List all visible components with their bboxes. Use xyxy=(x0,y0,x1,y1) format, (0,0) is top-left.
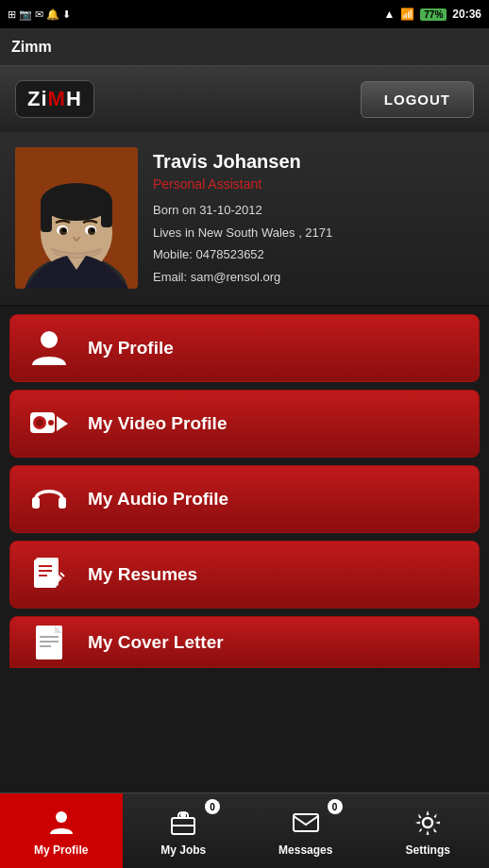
logo-container: ZiMH xyxy=(15,80,94,118)
tab-settings-label: Settings xyxy=(406,843,450,857)
tab-settings-icon xyxy=(411,806,445,840)
svg-rect-6 xyxy=(101,199,112,227)
svg-point-12 xyxy=(91,228,94,232)
svg-point-38 xyxy=(423,818,432,827)
logo-text: ZiMH xyxy=(27,87,82,110)
app-title: Zimm xyxy=(11,39,52,56)
svg-marker-20 xyxy=(57,416,68,431)
signal-icon: 📶 xyxy=(400,8,414,21)
video-icon xyxy=(25,400,73,447)
svg-line-28 xyxy=(60,573,64,576)
my-jobs-badge: 0 xyxy=(205,799,220,814)
battery-indicator: 77% xyxy=(420,8,447,21)
time-display: 20:36 xyxy=(452,8,481,21)
status-icons: ⊞ 📷 ✉ 🔔 ⬇ xyxy=(8,8,71,21)
svg-rect-22 xyxy=(59,497,66,509)
profile-location: Lives in New South Wales , 2171 xyxy=(153,224,474,242)
tab-settings[interactable]: Settings xyxy=(367,793,490,868)
tab-jobs-icon xyxy=(166,806,200,840)
svg-rect-37 xyxy=(294,814,318,831)
logo-box: ZiMH xyxy=(15,80,94,118)
profile-born: Born on 31-10-2012 xyxy=(153,201,474,220)
tab-messages[interactable]: 0 Messages xyxy=(244,793,367,868)
title-bar: Zimm xyxy=(0,28,489,66)
tab-my-jobs-label: My Jobs xyxy=(160,843,206,857)
profile-photo xyxy=(15,147,138,289)
tab-my-jobs[interactable]: 0 My Jobs xyxy=(123,793,245,868)
svg-point-17 xyxy=(36,419,43,426)
svg-point-33 xyxy=(56,811,67,823)
profile-name: Travis Johansen xyxy=(153,151,474,173)
logout-button[interactable]: LOGOUT xyxy=(361,81,474,118)
tab-my-profile[interactable]: My Profile xyxy=(0,793,123,868)
menu-list: My Profile My Video Profile xyxy=(0,307,489,676)
svg-rect-24 xyxy=(34,559,57,588)
tab-my-profile-label: My Profile xyxy=(34,843,88,857)
tab-bar: My Profile 0 My Jobs 0 Messages xyxy=(0,793,489,868)
document-icon xyxy=(25,619,73,666)
svg-rect-5 xyxy=(41,199,52,232)
profile-info: Travis Johansen Personal Assistant Born … xyxy=(153,147,474,290)
status-bar: ⊞ 📷 ✉ 🔔 ⬇ ▲ 📶 77% 20:36 xyxy=(0,0,489,28)
person-icon xyxy=(25,325,73,372)
svg-point-19 xyxy=(50,422,53,425)
messages-badge: 0 xyxy=(328,799,343,814)
menu-label-my-cover-letter: My Cover Letter xyxy=(88,632,224,653)
tab-messages-label: Messages xyxy=(278,843,332,857)
tab-profile-icon xyxy=(44,806,78,840)
status-right: ▲ 📶 77% 20:36 xyxy=(383,8,481,21)
menu-label-my-resumes: My Resumes xyxy=(88,564,197,585)
menu-item-my-video-profile[interactable]: My Video Profile xyxy=(9,390,480,458)
menu-label-my-video-profile: My Video Profile xyxy=(88,413,227,434)
profile-mobile: Mobile: 0478523652 xyxy=(153,245,474,264)
resume-icon xyxy=(25,551,73,598)
menu-label-my-profile: My Profile xyxy=(88,338,174,359)
profile-card: Travis Johansen Personal Assistant Born … xyxy=(0,132,489,307)
menu-item-my-resumes[interactable]: My Resumes xyxy=(9,541,480,609)
svg-rect-21 xyxy=(32,497,40,509)
svg-point-11 xyxy=(62,228,66,232)
main-content: My Profile My Video Profile xyxy=(0,307,489,868)
header: ZiMH LOGOUT xyxy=(0,66,489,132)
profile-title: Personal Assistant xyxy=(153,176,474,192)
menu-item-my-cover-letter[interactable]: My Cover Letter xyxy=(9,616,480,668)
menu-item-my-profile[interactable]: My Profile xyxy=(9,314,480,382)
menu-item-my-audio-profile[interactable]: My Audio Profile xyxy=(9,465,480,533)
profile-email: Email: sam@rensol.org xyxy=(153,268,474,287)
tab-messages-icon xyxy=(289,806,323,840)
menu-label-my-audio-profile: My Audio Profile xyxy=(88,489,228,509)
audio-icon xyxy=(25,476,73,523)
svg-point-36 xyxy=(180,812,186,818)
wifi-icon: ▲ xyxy=(383,8,395,21)
svg-point-14 xyxy=(41,331,58,348)
notification-icons: ⊞ 📷 ✉ 🔔 ⬇ xyxy=(8,8,71,21)
